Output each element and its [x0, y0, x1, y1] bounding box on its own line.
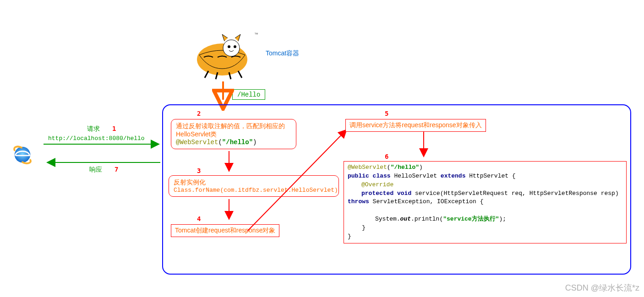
box2-desc: 通过反射读取注解的值，匹配到相应的HelloServlet类 — [176, 122, 291, 139]
arrow-response — [44, 160, 163, 169]
hello-path-box: /Hello — [232, 89, 265, 100]
code-line-3: @Override — [348, 181, 622, 189]
tomcat-label: Tomcat容器 — [266, 49, 299, 58]
box3-title: 反射实例化 — [174, 178, 334, 187]
box-step-5: 调用service方法将request和response对象传入 — [345, 119, 486, 132]
box-step-2: 通过反射读取注解的值，匹配到相应的HelloServlet类 @WebServl… — [171, 119, 296, 149]
code-line-9: } — [348, 232, 622, 241]
tomcat-logo: ™ — [186, 27, 259, 82]
svg-text:™: ™ — [254, 32, 258, 37]
box-step-6: @WebServlet("/hello") public class Hello… — [344, 161, 627, 243]
code-line-7: System.out.println("service方法执行"); — [348, 215, 622, 224]
code-line-6 — [348, 206, 622, 215]
box3-code: Class.forName(com.itdfbz.servlet.HelloSe… — [174, 187, 334, 194]
watermark: CSDN @绿水长流*z — [565, 282, 639, 293]
code-line-5: throws ServletException, IOException { — [348, 198, 622, 206]
hello-path-text: /Hello — [237, 91, 260, 98]
step-4-number: 4 — [197, 215, 201, 222]
svg-point-4 — [234, 45, 236, 48]
code-line-1: @WebServlet("/hello") — [348, 163, 622, 172]
svg-point-0 — [15, 147, 31, 163]
response-label: 响应 — [89, 166, 102, 174]
box2-anno-line: @WebServlet("/hello") — [176, 139, 291, 146]
code-line-2: public class HelloServlet extends HttpSe… — [348, 172, 622, 181]
step-5-number: 5 — [385, 110, 388, 117]
step-7-number: 7 — [115, 166, 118, 173]
svg-point-3 — [228, 45, 230, 48]
code-line-4: protected void service(HttpServletReques… — [348, 189, 622, 198]
request-label: 请求 — [87, 125, 100, 133]
svg-point-2 — [223, 40, 240, 56]
step-1-number: 1 — [112, 125, 116, 132]
code-line-8: } — [348, 224, 622, 232]
box-step-4: Tomcat创建request和response对象 — [171, 224, 279, 237]
request-url: http://localhost:8080/hello — [48, 135, 145, 142]
box-step-3: 反射实例化 Class.forName(com.itdfbz.servlet.H… — [169, 175, 339, 197]
arrow-request — [44, 142, 163, 151]
arrow-tomcat-down — [218, 81, 231, 107]
step-3-number: 3 — [197, 167, 201, 174]
step-2-number: 2 — [197, 110, 201, 117]
browser-icon — [12, 144, 33, 165]
step-6-number: 6 — [385, 153, 388, 160]
